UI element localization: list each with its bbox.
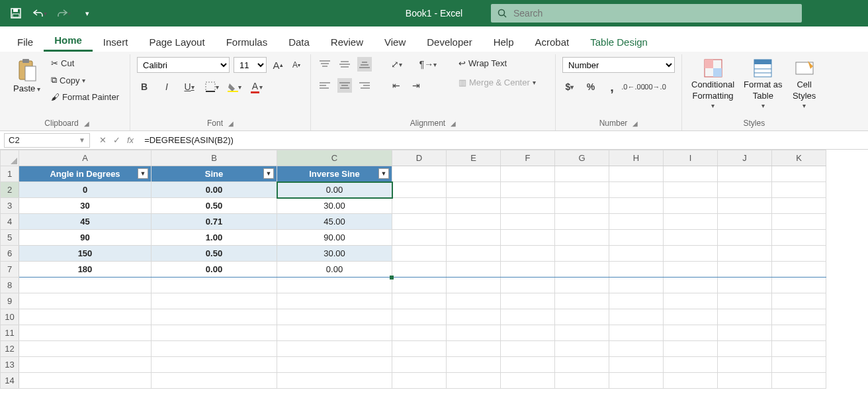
row-header[interactable]: 1 [1,166,19,182]
undo-button[interactable] [30,4,49,23]
cell[interactable] [664,230,718,246]
cell[interactable] [609,325,664,341]
cell[interactable] [718,309,772,325]
cell[interactable] [718,325,772,341]
cell[interactable] [152,278,277,293]
cell[interactable] [772,309,826,325]
cell[interactable] [152,293,277,309]
dialog-launcher-icon[interactable]: ◢ [84,120,89,127]
cell[interactable] [664,262,718,278]
dialog-launcher-icon[interactable]: ◢ [228,120,234,127]
row-header[interactable]: 9 [1,293,19,309]
spreadsheet-grid[interactable]: ABCDEFGHIJK1Angle in Degrees▼Sine▼Invers… [0,150,868,389]
ribbon-tab-table-design[interactable]: Table Design [580,31,658,52]
ribbon-tab-data[interactable]: Data [278,31,320,52]
cell[interactable] [447,182,501,198]
cell[interactable] [392,278,447,293]
cell[interactable]: 0.00 [277,262,392,278]
row-header[interactable]: 11 [1,325,19,341]
cell[interactable] [555,182,609,198]
filter-icon[interactable]: ▼ [138,168,148,179]
cell[interactable] [555,262,609,278]
number-format-select[interactable]: Number [562,57,675,73]
cell[interactable]: Angle in Degrees▼ [19,166,152,182]
cell[interactable] [718,262,772,278]
name-box[interactable]: C2▼ [4,133,90,148]
cell[interactable] [447,198,501,214]
fx-icon[interactable]: fx [127,135,134,145]
cell[interactable] [152,357,277,373]
italic-button[interactable]: I [159,79,174,94]
dialog-launcher-icon[interactable]: ◢ [632,120,638,127]
cell[interactable] [392,214,447,230]
ribbon-tab-home[interactable]: Home [44,29,93,52]
cell[interactable] [392,309,447,325]
cell[interactable] [501,309,555,325]
ribbon-tab-insert[interactable]: Insert [93,31,139,52]
text-direction-icon[interactable]: ¶→ [421,57,435,72]
merge-center-button[interactable]: ▥Merge & Center [455,76,540,89]
cell[interactable] [19,357,152,373]
cell[interactable] [772,325,826,341]
cell[interactable] [555,198,609,214]
column-header[interactable]: I [664,150,718,166]
cell[interactable] [664,341,718,357]
cell[interactable] [152,373,277,389]
cell[interactable] [19,325,152,341]
cell[interactable] [447,230,501,246]
column-header[interactable]: G [555,150,609,166]
cell[interactable]: 0.50 [152,198,277,214]
cell[interactable] [555,373,609,389]
cell[interactable] [664,182,718,198]
ribbon-tab-file[interactable]: File [7,31,44,52]
redo-button[interactable] [54,4,73,23]
cell[interactable] [19,293,152,309]
cell[interactable] [664,309,718,325]
cell[interactable] [277,373,392,389]
qat-customize-icon[interactable]: ▾ [78,4,97,23]
orientation-icon[interactable]: ⤢ [389,57,404,72]
font-color-button[interactable]: A [249,79,264,94]
cell[interactable] [392,373,447,389]
column-header[interactable]: B [152,150,277,166]
cell[interactable] [718,293,772,309]
comma-format-icon[interactable]: , [605,79,619,94]
column-header[interactable]: K [772,150,826,166]
cell[interactable]: 0.71 [152,214,277,230]
cell[interactable] [718,246,772,262]
cell[interactable]: 150 [19,246,152,262]
column-header[interactable]: F [501,150,555,166]
font-size-select[interactable]: 11 [234,57,267,73]
row-header[interactable]: 2 [1,182,19,198]
cell[interactable] [609,198,664,214]
cell[interactable] [555,166,609,182]
cell[interactable] [664,246,718,262]
cell[interactable]: 0.00 [152,262,277,278]
align-middle-icon[interactable] [337,57,352,72]
ribbon-tab-help[interactable]: Help [483,31,525,52]
cell[interactable] [609,293,664,309]
cell[interactable] [152,309,277,325]
cell[interactable]: 0.00 [152,182,277,198]
ribbon-tab-developer[interactable]: Developer [416,31,482,52]
cell[interactable] [447,357,501,373]
cell[interactable] [501,278,555,293]
cell[interactable] [277,357,392,373]
cell[interactable] [772,198,826,214]
cell[interactable] [772,182,826,198]
select-all-corner[interactable] [1,150,19,166]
search-box[interactable] [491,4,802,23]
cell[interactable] [501,357,555,373]
cell[interactable] [152,341,277,357]
increase-indent-icon[interactable]: ⇥ [409,78,423,93]
font-name-select[interactable]: Calibri [137,57,230,73]
cell[interactable] [718,373,772,389]
cell[interactable] [447,293,501,309]
cell[interactable] [664,214,718,230]
cell[interactable] [501,373,555,389]
row-header[interactable]: 3 [1,198,19,214]
cell[interactable] [447,309,501,325]
row-header[interactable]: 13 [1,357,19,373]
row-header[interactable]: 5 [1,230,19,246]
cell[interactable] [392,325,447,341]
